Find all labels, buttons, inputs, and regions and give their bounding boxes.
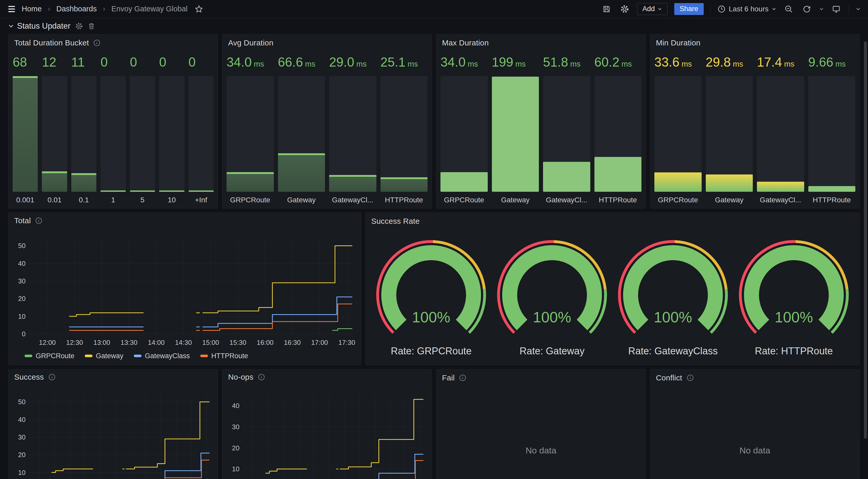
scrollbar-thumb[interactable] [864,41,867,439]
bar-fill [159,191,184,192]
bar-track [329,76,376,192]
info-icon[interactable] [35,217,43,225]
bar-gauge: 34.0msGRPCRoute66.6msGateway29.0msGatewa… [226,48,428,205]
collapse-nav-chevron-icon[interactable] [856,6,861,12]
panel-header[interactable]: Success [13,372,214,382]
bar-value: 51.8ms [543,54,590,71]
panel-header[interactable]: Success Rate [370,216,855,227]
gauge: 100%Rate: Gateway [493,232,612,357]
settings-icon[interactable] [619,3,630,15]
dashboard-row-header: Status Updater [0,18,868,34]
panel-total: Total 12:0012:3013:0013:3014:0014:3015:0… [8,212,361,365]
clock-icon [717,5,726,13]
bar-label: Gateway [706,196,753,205]
panel-max-duration: Max Duration 34.0msGRPCRoute199msGateway… [436,34,646,208]
series-line-Gateway [340,400,424,469]
gauge-label: Rate: HTTPRoute [755,346,833,357]
y-tick-label: 10 [232,465,240,473]
bar-label: GRPCRoute [440,196,488,205]
gauge-arc: 100% [372,232,491,342]
bar-value-unit: ms [784,60,795,68]
series-line-HTTPRoute [203,304,352,331]
y-tick-label: 40 [232,402,240,410]
panel-header[interactable]: Conflict [654,372,855,383]
bar-value: 34.0ms [226,54,274,71]
bar-value: 0 [189,54,214,71]
tv-mode-icon[interactable] [831,3,842,15]
legend-item[interactable]: HTTPRoute [200,352,248,360]
top-nav: Home › Dashboards › Envoy Gateway Global… [0,0,868,18]
panel-title: Total Duration Bucket [14,38,89,47]
x-tick-label: 15:30 [229,339,246,346]
panel-header[interactable]: Fail [440,372,642,383]
bar-track [380,76,428,192]
legend-item[interactable]: GRPCRoute [25,352,74,360]
series-line-GatewayClass [126,453,210,479]
bar-label: 10 [159,196,184,205]
info-icon[interactable] [686,374,694,382]
row-delete-icon[interactable] [88,22,95,30]
bar-fill [13,76,38,192]
breadcrumb-home[interactable]: Home [22,5,41,13]
x-tick-label: 16:30 [284,339,301,346]
legend-item[interactable]: GatewayClass [134,352,190,360]
bar-gauge-column: 680.001 [13,50,38,205]
zoom-out-icon[interactable] [783,3,795,15]
step-chart[interactable]: 12:0012:3013:0013:3014:0014:3015:0015:30… [226,382,428,479]
no-data-message: No data [525,445,556,455]
bar-value-unit: ms [681,60,692,68]
bar-value-unit: ms [835,60,846,68]
share-button[interactable]: Share [674,3,704,15]
add-button[interactable]: Add [637,3,668,15]
bar-track [440,76,488,192]
panel-header[interactable]: Max Duration [440,37,642,48]
gauge: 100%Rate: GatewayClass [614,232,733,357]
info-icon[interactable] [48,373,56,381]
panel-header[interactable]: Total Duration Bucket [13,37,214,48]
panel-header[interactable]: Avg Duration [226,37,428,48]
info-icon[interactable] [459,374,467,382]
bar-gauge-column: 01 [100,50,126,205]
bar-value: 199ms [492,54,539,71]
save-icon[interactable] [601,3,612,15]
info-icon[interactable] [93,39,101,47]
panel-avg-duration: Avg Duration 34.0msGRPCRoute66.6msGatewa… [222,34,432,208]
panel-header[interactable]: Total [13,216,357,226]
bar-value: 9.66ms [808,54,856,71]
gauge-label: Rate: GRPCRoute [391,346,472,357]
menu-icon[interactable] [7,5,16,13]
bar-value-unit: ms [733,60,743,68]
star-icon[interactable] [193,3,205,15]
y-tick-label: 20 [232,444,240,452]
bar-fill [226,172,274,192]
refresh-icon[interactable] [801,3,812,15]
x-tick-label: 14:30 [175,339,192,346]
bar-gauge-column: 17.4msGatewayCl... [757,50,804,205]
panel-header[interactable]: Min Duration [654,37,855,48]
chart-legend: GRPCRouteGatewayGatewayClassHTTPRoute [13,350,357,361]
panel-header[interactable]: No-ops [226,372,428,382]
panel-total-duration-bucket: Total Duration Bucket 680.001120.01110.1… [8,34,218,208]
breadcrumb-dashboards[interactable]: Dashboards [56,5,97,13]
y-tick-label: 30 [18,277,26,285]
bar-track [757,76,804,192]
gauge: 100%Rate: GRPCRoute [372,232,491,357]
step-chart[interactable]: 12:0012:3013:0013:3014:0014:3015:0015:30… [13,226,357,350]
bar-value: 0 [100,54,126,71]
step-chart[interactable]: 12:0012:3013:0013:3014:0014:3015:0015:30… [13,382,214,479]
bar-fill [706,174,753,192]
bar-track [594,76,642,192]
refresh-interval-chevron-icon[interactable] [819,7,824,11]
row-collapse-chevron-icon[interactable] [9,23,13,28]
bar-track [130,76,155,192]
bar-track [654,76,702,192]
row-settings-icon[interactable] [75,22,83,30]
time-range-picker[interactable]: Last 6 hours [717,5,776,13]
row-title[interactable]: Status Updater [17,22,70,31]
panel-success-rate: Success Rate 100%Rate: GRPCRoute100%Rate… [365,212,860,365]
bar-label: GatewayCl... [543,196,590,205]
bar-label: +Inf [189,196,214,205]
legend-item[interactable]: Gateway [85,352,123,360]
info-icon[interactable] [257,373,265,381]
time-range-label: Last 6 hours [729,5,769,13]
